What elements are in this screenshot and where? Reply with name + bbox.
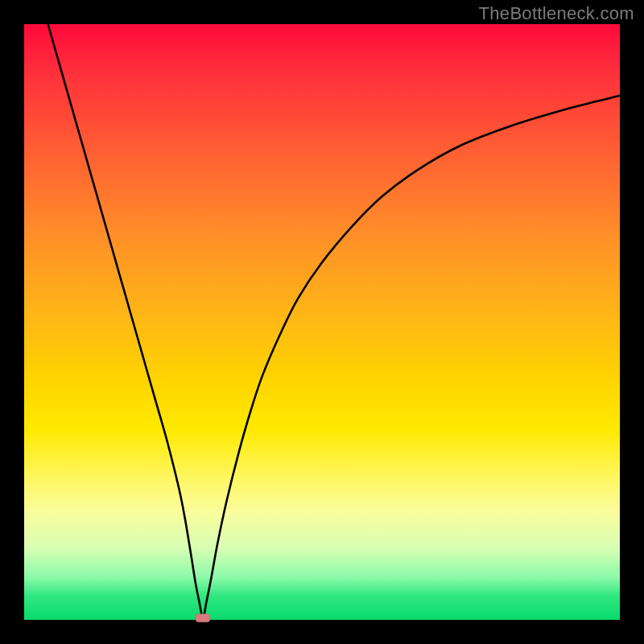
- bottleneck-curve: [24, 24, 620, 620]
- plot-area: [24, 24, 620, 620]
- minimum-point-marker: [196, 614, 210, 622]
- chart-frame: TheBottleneck.com: [0, 0, 644, 644]
- watermark-text: TheBottleneck.com: [479, 3, 634, 24]
